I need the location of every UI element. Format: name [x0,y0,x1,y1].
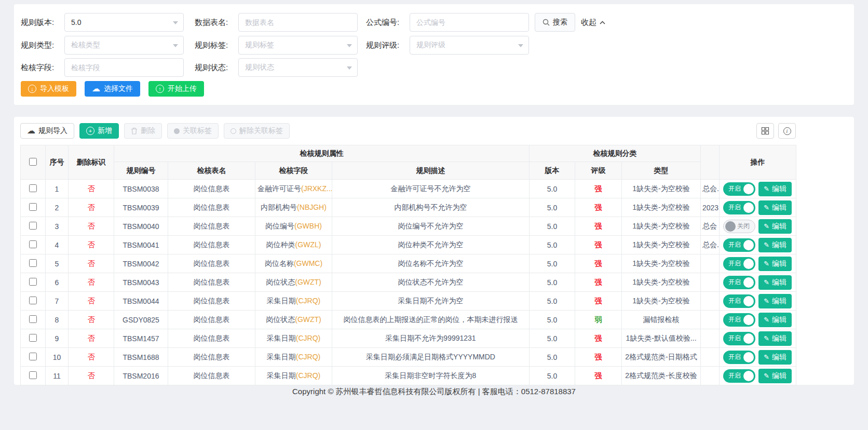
delete-flag-cell: 否 [69,254,114,273]
rule-desc-cell: 内部机构号不允许为空 [332,198,530,217]
status-toggle-on[interactable]: 开启 [723,257,755,271]
rule-version-select[interactable]: 5.0 [64,13,184,32]
status-toggle-on[interactable]: 开启 [723,182,755,196]
rule-tag-select[interactable]: 规则标签 [238,36,358,55]
header-sub-row: 规则编号 检核表名 检核字段 规则描述 版本 评级 类型 [21,162,796,180]
row-checkbox[interactable] [29,240,37,248]
delete-flag-cell: 否 [69,236,114,254]
rule-status-select[interactable]: 规则状态 [238,58,358,77]
status-toggle-on[interactable]: 开启 [723,369,755,383]
row-checkbox-cell [21,329,46,348]
status-toggle-on[interactable]: 开启 [723,276,755,289]
seq-cell: 8 [46,311,69,329]
field-code: (CJRQ) [296,371,320,380]
row-checkbox-cell [21,348,46,367]
edit-button[interactable]: ✎编辑 [758,257,792,271]
seq-cell: 10 [46,348,69,367]
check-field-label: 检核字段: [21,63,64,73]
rules-table: 序号 删除标识 检核规则属性 检核规则分类 操作 规则编号 检核表名 检核字段 … [20,145,796,385]
status-toggle-on[interactable]: 开启 [723,294,755,308]
check-field-cell: 岗位种类(GWZL) [255,236,332,254]
status-toggle-off[interactable]: 关闭 [723,220,755,233]
status-toggle-on[interactable]: 开启 [723,351,755,364]
rule-import-button[interactable]: ☁ 规则导入 [20,123,74,139]
add-button[interactable]: + 新增 [79,123,119,139]
version-cell: 5.0 [530,348,575,367]
group-rule-attributes: 检核规则属性 [114,145,530,162]
col-rule-id: 规则编号 [114,162,168,180]
edit-button[interactable]: ✎编辑 [758,275,792,290]
version-cell: 5.0 [530,198,575,217]
filter-field-formula-id: 公式编号: [366,13,529,32]
edit-button[interactable]: ✎编辑 [758,182,792,196]
row-checkbox[interactable] [29,259,37,267]
field-code: (CJRQ) [296,334,320,342]
toggle-label: 开启 [728,297,741,305]
check-field-input[interactable] [64,58,184,77]
tag-cell [701,254,720,273]
edit-button[interactable]: ✎编辑 [758,238,792,252]
column-settings-button[interactable] [756,123,774,139]
edit-button[interactable]: ✎编辑 [758,369,792,383]
select-all-checkbox[interactable] [29,158,37,166]
row-checkbox[interactable] [29,334,37,342]
toggle-label: 开启 [728,334,741,343]
formula-id-input[interactable] [410,13,529,32]
operation-controls: 开启✎编辑 [722,294,794,308]
edit-button[interactable]: ✎编辑 [758,219,792,234]
edit-button[interactable]: ✎编辑 [758,313,792,327]
pencil-icon: ✎ [764,185,769,192]
info-button[interactable]: i [778,123,796,139]
toggle-knob [725,221,736,232]
table-panel: ☁ 规则导入 + 新增 删除 关联标签 解除关联标签 [14,117,854,385]
delete-button[interactable]: 删除 [124,123,162,139]
rule-tag-placeholder: 规则标签 [245,41,274,50]
start-upload-button[interactable]: ↑ 开始上传 [148,81,204,97]
operation-cell: 开启✎编辑 [720,348,796,367]
row-checkbox[interactable] [29,278,37,286]
row-checkbox[interactable] [29,315,37,323]
operation-cell: 开启✎编辑 [720,311,796,329]
rule-id-cell: TBSM0039 [114,198,168,217]
link-tag-button[interactable]: 关联标签 [167,123,219,139]
row-checkbox[interactable] [29,297,37,304]
chevron-down-icon [173,21,178,24]
type-cell: 1缺失类-为空校验 [622,273,701,292]
unlink-tag-label: 解除关联标签 [239,126,283,136]
rule-desc-cell: 金融许可证号不允许为空 [332,180,530,198]
seq-cell: 1 [46,180,69,198]
edit-button[interactable]: ✎编辑 [758,294,792,308]
rule-type-select[interactable]: 检核类型 [64,36,184,55]
edit-button[interactable]: ✎编辑 [758,200,792,215]
status-toggle-on[interactable]: 开启 [723,313,755,327]
pencil-icon: ✎ [764,372,769,379]
row-checkbox[interactable] [29,203,37,211]
col-operation: 操作 [720,145,796,180]
field-code: (GWZT) [295,315,321,324]
row-checkbox-cell [21,180,46,198]
rule-id-cell: TBSM0038 [114,180,168,198]
chevron-down-icon [347,66,352,70]
status-toggle-on[interactable]: 开启 [723,238,755,252]
unlink-tag-button[interactable]: 解除关联标签 [224,123,290,139]
status-toggle-on[interactable]: 开启 [723,201,755,214]
table-name-input[interactable] [238,13,358,32]
rule-grade-select[interactable]: 规则评级 [410,36,529,55]
table-name-cell: 岗位信息表 [168,329,255,348]
collapse-toggle[interactable]: 收起 [581,13,605,32]
col-table-name: 检核表名 [168,162,255,180]
row-checkbox[interactable] [29,222,37,230]
edit-button[interactable]: ✎编辑 [758,331,792,346]
import-template-button[interactable]: ↓ 导入模板 [21,81,76,97]
table-row: 7否TBSM0044岗位信息表采集日期(CJRQ)采集日期不允许为空5.0强1缺… [21,292,796,311]
rule-desc-cell: 采集日期必须满足日期格式YYYYMMDD [332,348,530,367]
delete-flag-cell: 否 [69,348,114,367]
row-checkbox[interactable] [29,371,37,379]
choose-file-button[interactable]: ☁ 选择文件 [85,81,140,97]
status-toggle-on[interactable]: 开启 [723,332,755,345]
edit-button[interactable]: ✎编辑 [758,350,792,365]
row-checkbox[interactable] [29,353,37,360]
tag-cell: 总会... [701,180,720,198]
search-button[interactable]: 搜索 [535,13,575,32]
row-checkbox[interactable] [29,184,37,192]
